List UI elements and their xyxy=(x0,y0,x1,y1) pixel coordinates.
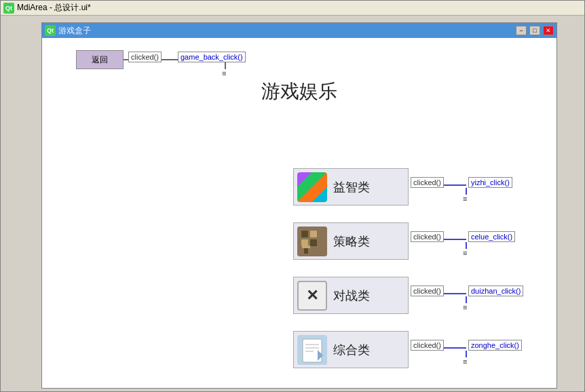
outer-title-bar: Qt MdiArea - 总设计.ui* xyxy=(1,1,584,16)
celue-button[interactable]: 策略类 xyxy=(293,222,409,260)
child-title-bar: Qt 游戏盒子 − □ ✕ xyxy=(42,23,556,38)
back-signal-label: clicked() xyxy=(128,52,162,62)
yizhi-ground: ≡ xyxy=(463,195,467,203)
outer-title-text: MdiArea - 总设计.ui* xyxy=(17,2,582,14)
back-slot-label: game_back_click() xyxy=(178,52,246,62)
zonghe-label: 综合类 xyxy=(333,342,370,358)
duizhan-button[interactable]: ✕ 对战类 xyxy=(293,277,409,314)
yizhi-slot: yizhi_click() xyxy=(468,177,512,188)
celue-signal: clicked() xyxy=(411,231,444,242)
svg-rect-17 xyxy=(302,246,310,248)
close-button[interactable]: ✕ xyxy=(543,26,554,35)
yizhi-signal: clicked() xyxy=(411,177,444,188)
duizhan-slot: duizhan_click() xyxy=(468,286,523,296)
celue-icon xyxy=(295,224,329,258)
vs-icon: ✕ xyxy=(297,281,327,311)
svg-rect-14 xyxy=(301,239,308,246)
svg-rect-15 xyxy=(310,239,317,246)
puzzle-icon xyxy=(297,172,327,202)
outer-window: Qt MdiArea - 总设计.ui* Qt 游戏盒子 − □ ✕ xyxy=(0,0,585,392)
main-title: 游戏娱乐 xyxy=(42,79,556,104)
yizhi-icon xyxy=(295,170,329,204)
minimize-button[interactable]: − xyxy=(516,26,527,35)
restore-button[interactable]: □ xyxy=(529,26,540,35)
celue-ground: ≡ xyxy=(463,249,467,257)
yizhi-button[interactable]: 益智类 xyxy=(293,168,409,205)
celue-label: 策略类 xyxy=(333,233,370,250)
child-qt-logo: Qt xyxy=(45,25,56,36)
yizhi-label: 益智类 xyxy=(333,179,370,195)
child-title-text: 游戏盒子 xyxy=(58,25,513,37)
duizhan-icon: ✕ xyxy=(295,279,329,313)
back-button[interactable]: 返回 xyxy=(76,50,124,69)
strategy-icon xyxy=(297,227,327,256)
child-content: 返回 clicked() game_back_click() ≡ 游戏娱乐 益智… xyxy=(42,38,556,388)
zonghe-slot: zonghe_click() xyxy=(468,340,522,351)
svg-rect-13 xyxy=(310,231,317,237)
outer-qt-logo: Qt xyxy=(3,3,14,14)
duizhan-label: 对战类 xyxy=(333,288,370,304)
duizhan-signal: clicked() xyxy=(411,286,444,296)
zonghe-ground: ≡ xyxy=(463,357,467,366)
zonghe-icon xyxy=(295,333,329,367)
back-button-label: 返回 xyxy=(92,54,108,66)
duizhan-ground: ≡ xyxy=(463,303,467,311)
svg-rect-12 xyxy=(301,231,308,237)
celue-slot: celue_click() xyxy=(468,231,515,242)
child-window: Qt 游戏盒子 − □ ✕ xyxy=(41,22,557,389)
back-ground-symbol: ≡ xyxy=(222,69,226,77)
mdi-area: Qt 游戏盒子 − □ ✕ xyxy=(1,16,584,391)
zonghe-signal: clicked() xyxy=(411,340,444,351)
zonghe-button[interactable]: 综合类 xyxy=(293,331,409,368)
paper-icon xyxy=(297,335,327,365)
